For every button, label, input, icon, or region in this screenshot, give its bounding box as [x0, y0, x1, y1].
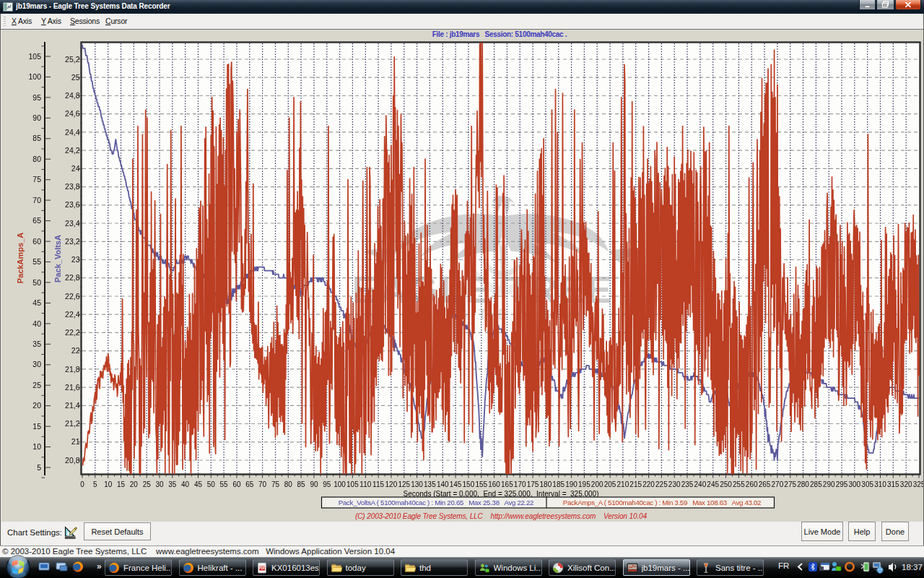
svg-text:170: 170: [514, 480, 526, 488]
svg-text:80: 80: [32, 155, 41, 163]
svg-text:21: 21: [71, 437, 80, 446]
svg-text:265: 265: [759, 480, 771, 488]
svg-text:30: 30: [155, 480, 164, 488]
svg-text:145: 145: [450, 480, 462, 488]
svg-text:75: 75: [32, 175, 41, 184]
svg-text:135: 135: [424, 480, 436, 488]
svg-text:315: 315: [887, 480, 899, 488]
svg-text:155: 155: [475, 480, 487, 488]
svg-text:295: 295: [836, 480, 848, 488]
svg-text:23,4: 23,4: [65, 219, 80, 228]
svg-text:22,2: 22,2: [65, 328, 80, 337]
svg-text:25,2: 25,2: [65, 55, 80, 64]
svg-text:»: »: [97, 561, 102, 571]
svg-text:305: 305: [861, 480, 873, 488]
svg-text:24,6: 24,6: [65, 109, 80, 118]
svg-text:45: 45: [194, 480, 203, 488]
svg-text:310: 310: [874, 480, 886, 488]
svg-text:15: 15: [117, 480, 126, 488]
svg-text:130: 130: [411, 480, 423, 488]
svg-text:95: 95: [323, 480, 331, 488]
svg-text:21,4: 21,4: [65, 401, 80, 410]
svg-text:65: 65: [245, 480, 254, 488]
svg-text:190: 190: [565, 480, 578, 488]
svg-text:180: 180: [540, 480, 552, 488]
svg-text:23: 23: [71, 255, 80, 264]
svg-text:23,8: 23,8: [65, 182, 80, 191]
svg-text:280: 280: [797, 480, 809, 488]
svg-text:20,8: 20,8: [65, 456, 80, 465]
svg-text:18:37: 18:37: [902, 563, 923, 571]
svg-text:5: 5: [37, 463, 41, 472]
svg-text:225: 225: [655, 480, 668, 488]
svg-text:45: 45: [32, 298, 41, 307]
svg-text:Pack_VoltsA: Pack_VoltsA: [53, 235, 62, 282]
svg-text:205: 205: [604, 480, 616, 488]
svg-text:15: 15: [32, 422, 41, 431]
svg-text:115: 115: [372, 480, 384, 488]
svg-text:23,2: 23,2: [65, 237, 80, 246]
svg-text:185: 185: [552, 480, 565, 488]
svg-text:File : jb19mars Session: 510: File : jb19mars Session: 5100mah40cac .: [432, 30, 567, 38]
svg-text:100: 100: [334, 480, 346, 488]
svg-text:300: 300: [848, 480, 860, 488]
svg-text:10: 10: [32, 442, 41, 451]
svg-text:270: 270: [772, 480, 784, 488]
svg-text:125: 125: [398, 480, 410, 488]
svg-text:25: 25: [71, 73, 80, 82]
svg-text:160: 160: [488, 480, 500, 488]
svg-text:325: 325: [913, 480, 924, 488]
svg-text:260: 260: [746, 480, 758, 488]
svg-text:24: 24: [71, 164, 80, 173]
svg-text:75: 75: [271, 480, 280, 488]
svg-text:22,4: 22,4: [65, 310, 80, 319]
svg-text:60: 60: [232, 480, 241, 488]
svg-text:0: 0: [80, 480, 84, 488]
svg-text:70: 70: [258, 480, 267, 488]
svg-text:240: 240: [694, 480, 707, 488]
svg-text:85: 85: [297, 480, 306, 488]
svg-text:55: 55: [220, 480, 229, 488]
svg-text:Pack_VoltsA ( 5100mah40cac ) :: Pack_VoltsA ( 5100mah40cac ) : Min 20.65…: [339, 499, 533, 506]
svg-text:120: 120: [385, 480, 398, 488]
svg-text:22,6: 22,6: [65, 292, 80, 301]
svg-text:40: 40: [32, 319, 41, 328]
svg-text:275: 275: [784, 480, 796, 488]
svg-text:245: 245: [707, 480, 719, 488]
svg-text:235: 235: [681, 480, 694, 488]
svg-text:165: 165: [501, 480, 513, 488]
svg-text:150: 150: [463, 480, 475, 488]
svg-text:25: 25: [32, 381, 41, 389]
svg-text:80: 80: [284, 480, 293, 488]
svg-text:100: 100: [28, 72, 41, 81]
svg-text:95: 95: [32, 93, 41, 102]
svg-text:70: 70: [32, 196, 41, 204]
svg-text:22,8: 22,8: [65, 273, 80, 282]
svg-text:105: 105: [346, 480, 359, 488]
svg-text:25: 25: [143, 480, 152, 488]
svg-text:210: 210: [617, 480, 629, 488]
svg-text:40: 40: [181, 480, 190, 488]
svg-text:PDF: PDF: [258, 566, 265, 570]
svg-text:215: 215: [629, 480, 642, 488]
svg-text:21,2: 21,2: [65, 419, 80, 428]
svg-text:250: 250: [720, 480, 732, 488]
svg-text:90: 90: [310, 480, 318, 488]
svg-text:105: 105: [28, 52, 41, 61]
svg-text:35: 35: [32, 340, 41, 348]
svg-text:85: 85: [32, 134, 41, 142]
svg-text:22: 22: [71, 346, 80, 355]
svg-text:PackAmps_A ( 5100mah40cac ) :: PackAmps_A ( 5100mah40cac ) : Min 3.59 M…: [563, 499, 761, 506]
svg-text:90: 90: [32, 113, 41, 122]
svg-text:24,8: 24,8: [65, 91, 80, 100]
svg-text:140: 140: [437, 480, 449, 488]
svg-text:290: 290: [823, 480, 835, 488]
svg-text:285: 285: [810, 480, 822, 488]
svg-text:20: 20: [32, 401, 41, 410]
svg-text:65: 65: [32, 216, 41, 225]
svg-text:55: 55: [32, 257, 41, 266]
svg-text:21,6: 21,6: [65, 383, 80, 392]
svg-text:PackAmps_A: PackAmps_A: [16, 233, 25, 283]
svg-text:24,4: 24,4: [65, 128, 80, 137]
svg-text:110: 110: [359, 480, 371, 488]
